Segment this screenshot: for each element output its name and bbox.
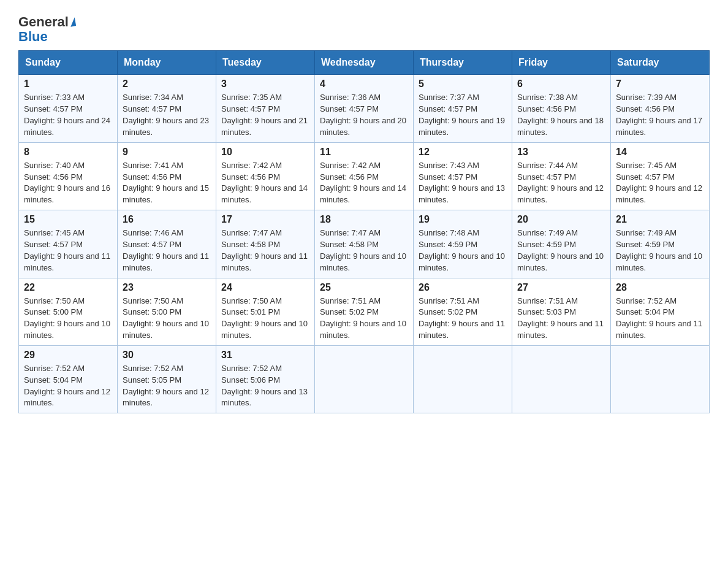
calendar-cell: 26 Sunrise: 7:51 AM Sunset: 5:02 PM Dayl… [414, 278, 512, 345]
calendar-cell [315, 345, 414, 413]
day-number: 27 [517, 282, 605, 293]
day-info: Sunrise: 7:40 AM Sunset: 4:56 PM Dayligh… [24, 160, 112, 206]
day-number: 1 [24, 79, 112, 90]
day-info: Sunrise: 7:52 AM Sunset: 5:05 PM Dayligh… [123, 363, 211, 409]
calendar-cell: 20 Sunrise: 7:49 AM Sunset: 4:59 PM Dayl… [512, 210, 611, 278]
calendar-cell: 22 Sunrise: 7:50 AM Sunset: 5:00 PM Dayl… [19, 278, 118, 345]
logo-triangle-icon [69, 17, 76, 26]
calendar-cell: 25 Sunrise: 7:51 AM Sunset: 5:02 PM Dayl… [315, 278, 414, 345]
day-info: Sunrise: 7:46 AM Sunset: 4:57 PM Dayligh… [123, 228, 211, 274]
day-number: 14 [616, 147, 704, 158]
calendar-week-row: 1 Sunrise: 7:33 AM Sunset: 4:57 PM Dayli… [19, 75, 710, 142]
day-number: 6 [517, 79, 605, 90]
calendar-cell: 8 Sunrise: 7:40 AM Sunset: 4:56 PM Dayli… [19, 142, 118, 210]
day-number: 11 [320, 147, 408, 158]
calendar-cell: 17 Sunrise: 7:47 AM Sunset: 4:58 PM Dayl… [216, 210, 315, 278]
calendar-cell: 1 Sunrise: 7:33 AM Sunset: 4:57 PM Dayli… [19, 75, 118, 142]
day-number: 3 [221, 79, 309, 90]
weekday-header-sunday: Sunday [19, 51, 118, 75]
day-info: Sunrise: 7:43 AM Sunset: 4:57 PM Dayligh… [419, 160, 507, 206]
day-number: 20 [517, 214, 605, 225]
calendar-cell: 30 Sunrise: 7:52 AM Sunset: 5:05 PM Dayl… [118, 345, 216, 413]
calendar-header-row: SundayMondayTuesdayWednesdayThursdayFrid… [19, 51, 710, 75]
day-info: Sunrise: 7:36 AM Sunset: 4:57 PM Dayligh… [320, 92, 408, 138]
calendar-week-row: 29 Sunrise: 7:52 AM Sunset: 5:04 PM Dayl… [19, 345, 710, 413]
day-number: 9 [123, 147, 211, 158]
logo: General Blue [18, 15, 75, 44]
day-info: Sunrise: 7:50 AM Sunset: 5:00 PM Dayligh… [123, 296, 211, 342]
calendar-cell: 23 Sunrise: 7:50 AM Sunset: 5:00 PM Dayl… [118, 278, 216, 345]
calendar-cell: 5 Sunrise: 7:37 AM Sunset: 4:57 PM Dayli… [414, 75, 512, 142]
day-number: 23 [123, 282, 211, 293]
page-header: General Blue [18, 15, 710, 44]
day-info: Sunrise: 7:42 AM Sunset: 4:56 PM Dayligh… [221, 160, 309, 206]
calendar-cell: 29 Sunrise: 7:52 AM Sunset: 5:04 PM Dayl… [19, 345, 118, 413]
weekday-header-thursday: Thursday [414, 51, 512, 75]
day-info: Sunrise: 7:42 AM Sunset: 4:56 PM Dayligh… [320, 160, 408, 206]
logo-blue-text: Blue [18, 29, 48, 44]
day-number: 31 [221, 350, 309, 361]
calendar-cell: 9 Sunrise: 7:41 AM Sunset: 4:56 PM Dayli… [118, 142, 216, 210]
day-number: 2 [123, 79, 211, 90]
day-number: 22 [24, 282, 112, 293]
day-number: 17 [221, 214, 309, 225]
day-number: 12 [419, 147, 507, 158]
day-number: 19 [419, 214, 507, 225]
calendar-cell: 18 Sunrise: 7:47 AM Sunset: 4:58 PM Dayl… [315, 210, 414, 278]
day-info: Sunrise: 7:38 AM Sunset: 4:56 PM Dayligh… [517, 92, 605, 138]
calendar-cell: 7 Sunrise: 7:39 AM Sunset: 4:56 PM Dayli… [611, 75, 710, 142]
calendar-cell: 10 Sunrise: 7:42 AM Sunset: 4:56 PM Dayl… [216, 142, 315, 210]
day-number: 16 [123, 214, 211, 225]
weekday-header-wednesday: Wednesday [315, 51, 414, 75]
calendar-cell [414, 345, 512, 413]
calendar-cell: 13 Sunrise: 7:44 AM Sunset: 4:57 PM Dayl… [512, 142, 611, 210]
day-info: Sunrise: 7:37 AM Sunset: 4:57 PM Dayligh… [419, 92, 507, 138]
day-info: Sunrise: 7:47 AM Sunset: 4:58 PM Dayligh… [221, 228, 309, 274]
calendar-cell: 28 Sunrise: 7:52 AM Sunset: 5:04 PM Dayl… [611, 278, 710, 345]
day-number: 28 [616, 282, 704, 293]
day-number: 5 [419, 79, 507, 90]
day-number: 25 [320, 282, 408, 293]
logo-general-text: General [18, 15, 69, 29]
calendar-cell: 4 Sunrise: 7:36 AM Sunset: 4:57 PM Dayli… [315, 75, 414, 142]
day-info: Sunrise: 7:34 AM Sunset: 4:57 PM Dayligh… [123, 92, 211, 138]
day-number: 18 [320, 214, 408, 225]
day-number: 8 [24, 147, 112, 158]
day-info: Sunrise: 7:45 AM Sunset: 4:57 PM Dayligh… [616, 160, 704, 206]
day-info: Sunrise: 7:45 AM Sunset: 4:57 PM Dayligh… [24, 228, 112, 274]
calendar-cell: 16 Sunrise: 7:46 AM Sunset: 4:57 PM Dayl… [118, 210, 216, 278]
calendar-cell: 15 Sunrise: 7:45 AM Sunset: 4:57 PM Dayl… [19, 210, 118, 278]
day-info: Sunrise: 7:35 AM Sunset: 4:57 PM Dayligh… [221, 92, 309, 138]
calendar-week-row: 22 Sunrise: 7:50 AM Sunset: 5:00 PM Dayl… [19, 278, 710, 345]
day-info: Sunrise: 7:52 AM Sunset: 5:06 PM Dayligh… [221, 363, 309, 409]
day-info: Sunrise: 7:48 AM Sunset: 4:59 PM Dayligh… [419, 228, 507, 274]
day-info: Sunrise: 7:52 AM Sunset: 5:04 PM Dayligh… [616, 296, 704, 342]
weekday-header-monday: Monday [118, 51, 216, 75]
calendar-cell: 14 Sunrise: 7:45 AM Sunset: 4:57 PM Dayl… [611, 142, 710, 210]
calendar-cell [512, 345, 611, 413]
day-number: 26 [419, 282, 507, 293]
day-number: 4 [320, 79, 408, 90]
day-info: Sunrise: 7:51 AM Sunset: 5:02 PM Dayligh… [419, 296, 507, 342]
calendar-cell: 12 Sunrise: 7:43 AM Sunset: 4:57 PM Dayl… [414, 142, 512, 210]
day-info: Sunrise: 7:50 AM Sunset: 5:01 PM Dayligh… [221, 296, 309, 342]
day-number: 13 [517, 147, 605, 158]
calendar-cell: 2 Sunrise: 7:34 AM Sunset: 4:57 PM Dayli… [118, 75, 216, 142]
calendar-cell: 19 Sunrise: 7:48 AM Sunset: 4:59 PM Dayl… [414, 210, 512, 278]
day-info: Sunrise: 7:33 AM Sunset: 4:57 PM Dayligh… [24, 92, 112, 138]
day-info: Sunrise: 7:44 AM Sunset: 4:57 PM Dayligh… [517, 160, 605, 206]
weekday-header-tuesday: Tuesday [216, 51, 315, 75]
day-info: Sunrise: 7:47 AM Sunset: 4:58 PM Dayligh… [320, 228, 408, 274]
day-info: Sunrise: 7:39 AM Sunset: 4:56 PM Dayligh… [616, 92, 704, 138]
calendar-week-row: 8 Sunrise: 7:40 AM Sunset: 4:56 PM Dayli… [19, 142, 710, 210]
day-info: Sunrise: 7:52 AM Sunset: 5:04 PM Dayligh… [24, 363, 112, 409]
day-number: 10 [221, 147, 309, 158]
calendar-cell: 24 Sunrise: 7:50 AM Sunset: 5:01 PM Dayl… [216, 278, 315, 345]
calendar-cell: 6 Sunrise: 7:38 AM Sunset: 4:56 PM Dayli… [512, 75, 611, 142]
day-info: Sunrise: 7:50 AM Sunset: 5:00 PM Dayligh… [24, 296, 112, 342]
calendar-cell: 27 Sunrise: 7:51 AM Sunset: 5:03 PM Dayl… [512, 278, 611, 345]
weekday-header-saturday: Saturday [611, 51, 710, 75]
day-number: 30 [123, 350, 211, 361]
day-number: 24 [221, 282, 309, 293]
day-info: Sunrise: 7:51 AM Sunset: 5:02 PM Dayligh… [320, 296, 408, 342]
